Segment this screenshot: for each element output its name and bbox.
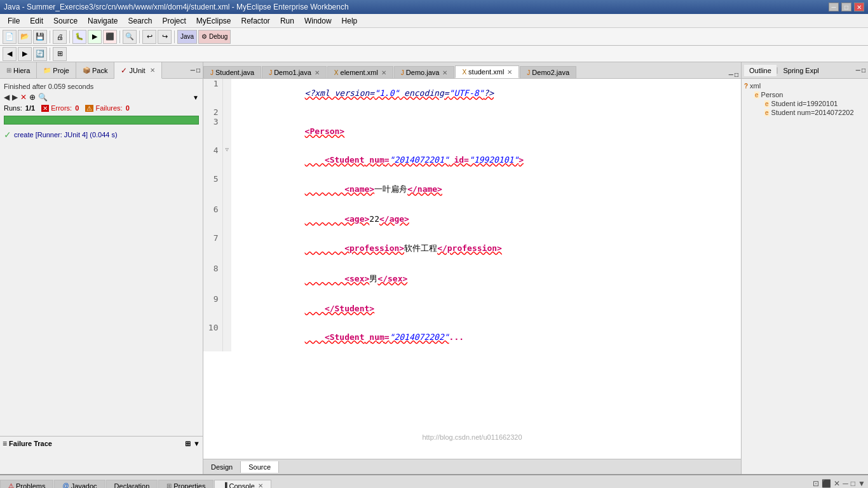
java-perspective[interactable]: Java	[177, 30, 197, 44]
line-content-5[interactable]: <name>一叶扁舟</name>	[231, 174, 741, 205]
maximize-button[interactable]: □	[841, 3, 851, 11]
print-button[interactable]: 🖨	[53, 30, 67, 44]
outline-item-student-2[interactable]: e Student num=2014072202	[744, 108, 865, 117]
back-button[interactable]: ◀	[3, 47, 17, 61]
bottom-minimize[interactable]: ─	[843, 479, 848, 488]
failure-panel-btn2[interactable]: ▼	[193, 440, 200, 448]
bottom-panel-controls: ⊡ ⬛ ✕ ─ □ ▼	[813, 479, 865, 488]
console-tab[interactable]: ▐ Console ✕	[214, 480, 271, 489]
forward-button[interactable]: ▶	[18, 47, 32, 61]
console-clear-btn[interactable]: ⊡	[813, 479, 819, 488]
tab-student-xml[interactable]: X student.xml ✕	[455, 65, 519, 78]
right-panel-minimize[interactable]: ─	[856, 67, 860, 74]
spring-explorer-tab[interactable]: Spring Expl	[778, 65, 824, 76]
source-tab[interactable]: Source	[241, 461, 279, 473]
line-num-3: 3	[203, 117, 222, 146]
redo-button[interactable]: ↪	[158, 30, 172, 44]
tab-demo2-java[interactable]: J Demo2.java	[520, 66, 576, 78]
outline-item-xml[interactable]: ? xml	[744, 81, 865, 90]
run-button[interactable]: ▶	[88, 30, 102, 44]
undo-button[interactable]: ↩	[142, 30, 156, 44]
menu-window[interactable]: Window	[299, 15, 337, 27]
open-button[interactable]: 📂	[18, 30, 32, 44]
stop-button[interactable]: ⬛	[103, 30, 117, 44]
close-button[interactable]: ✕	[854, 3, 864, 11]
left-panel-maximize[interactable]: □	[196, 67, 200, 74]
menu-edit[interactable]: Edit	[25, 15, 48, 27]
menu-file[interactable]: File	[3, 15, 25, 27]
code-editor[interactable]: 1 <?xml version="1.0" encoding="UTF-8"?>…	[203, 79, 741, 459]
line-arrow-10	[222, 323, 231, 351]
tab-demo1-java[interactable]: J Demo1.java ✕	[262, 66, 327, 78]
junit-tab[interactable]: ✓ JUnit ✕	[114, 62, 161, 79]
menu-help[interactable]: Help	[337, 15, 363, 27]
save-button[interactable]: 💾	[33, 30, 47, 44]
line-num-7: 7	[203, 233, 222, 264]
project-tab[interactable]: 📁 Proje	[37, 62, 76, 78]
line-content-3[interactable]: <Person>	[231, 117, 741, 146]
menu-project[interactable]: Project	[157, 15, 191, 27]
line-content-2[interactable]	[231, 107, 741, 117]
line-content-6[interactable]: <age>22</age>	[231, 205, 741, 233]
debug-perspective[interactable]: ⚙ Debug	[198, 30, 231, 44]
package-tab[interactable]: 📦 Pack	[76, 62, 114, 78]
tab-demo-close[interactable]: ✕	[442, 69, 447, 76]
test-item[interactable]: ✓ create [Runner: JUnit 4] (0.044 s)	[4, 128, 199, 141]
editor-panel-maximize[interactable]: □	[735, 71, 738, 78]
nav-next[interactable]: ▶	[12, 93, 18, 102]
menu-run[interactable]: Run	[275, 15, 299, 27]
tab-student-java[interactable]: J Student.java	[203, 66, 261, 78]
line-arrow-9	[222, 294, 231, 323]
outline-tab[interactable]: Outline	[744, 65, 776, 76]
outline-item-student-1[interactable]: e Student id=19920101	[744, 99, 865, 108]
junit-toolbar-icon1[interactable]: ✕	[20, 93, 27, 102]
problems-tab[interactable]: ⚠ Problems	[0, 480, 53, 489]
console-tab-label: Console	[229, 482, 254, 489]
design-tab[interactable]: Design	[203, 461, 241, 473]
junit-toolbar-icon3[interactable]: 🔍	[38, 93, 48, 102]
tab-student-xml-close[interactable]: ✕	[507, 69, 512, 76]
student-xml-icon: X	[462, 69, 466, 76]
line-content-4[interactable]: <Student num="2014072201" id="19920101">	[231, 146, 741, 174]
new-button[interactable]: 📄	[3, 30, 17, 44]
menu-source[interactable]: Source	[48, 15, 83, 27]
line-content-1[interactable]: <?xml version="1.0" encoding="UTF-8"?>	[231, 79, 741, 107]
properties-tab[interactable]: ⊞ Properties	[158, 480, 214, 489]
failure-panel-btn1[interactable]: ⊞	[185, 440, 191, 448]
tab-demo1-close[interactable]: ✕	[315, 69, 320, 76]
console-tab-close[interactable]: ✕	[258, 482, 263, 488]
code-table: 1 <?xml version="1.0" encoding="UTF-8"?>…	[203, 79, 741, 351]
left-panel-minimize[interactable]: ─	[191, 67, 195, 74]
junit-menu[interactable]: ▼	[193, 94, 199, 101]
menu-myeclipse[interactable]: MyEclipse	[191, 15, 236, 27]
minimize-button[interactable]: ─	[829, 3, 839, 11]
outline-item-person[interactable]: e Person	[744, 90, 865, 99]
console-stop-btn[interactable]: ⬛	[822, 479, 831, 488]
line-content-10[interactable]: <Student num="2014072202"...	[231, 323, 741, 351]
junit-tab-close[interactable]: ✕	[150, 67, 155, 74]
tab-demo-java[interactable]: J Demo.java ✕	[394, 66, 455, 78]
editor-panel-minimize[interactable]: ─	[729, 71, 733, 78]
javadoc-tab[interactable]: @ Javadoc	[54, 480, 105, 489]
menu-refactor[interactable]: Refactor	[236, 15, 275, 27]
nav-prev[interactable]: ◀	[4, 93, 10, 102]
line-content-9[interactable]: </Student>	[231, 294, 741, 323]
search-button[interactable]: 🔍	[123, 30, 137, 44]
menu-navigate[interactable]: Navigate	[83, 15, 123, 27]
bottom-maximize[interactable]: □	[851, 479, 855, 488]
console-close-btn[interactable]: ✕	[834, 479, 840, 488]
hierarchy-button[interactable]: ⊞	[53, 47, 67, 61]
code-line-10: 10 <Student num="2014072202"...	[203, 323, 741, 351]
menu-search[interactable]: Search	[123, 15, 157, 27]
line-content-8[interactable]: <sex>男</sex>	[231, 264, 741, 294]
right-panel-maximize[interactable]: □	[862, 67, 865, 74]
tab-element-close[interactable]: ✕	[381, 69, 386, 76]
debug-button[interactable]: 🐛	[72, 30, 86, 44]
line-content-7[interactable]: <profession>软件工程</profession>	[231, 233, 741, 264]
declaration-tab[interactable]: Declaration	[106, 480, 158, 489]
bottom-panel-menu[interactable]: ▼	[858, 479, 865, 488]
sync-button[interactable]: 🔄	[33, 47, 47, 61]
hierarchy-tab[interactable]: ⊞ Hiera	[0, 62, 37, 78]
junit-toolbar-icon2[interactable]: ⊕	[29, 93, 36, 102]
tab-element-xml[interactable]: X element.xml ✕	[327, 66, 393, 78]
